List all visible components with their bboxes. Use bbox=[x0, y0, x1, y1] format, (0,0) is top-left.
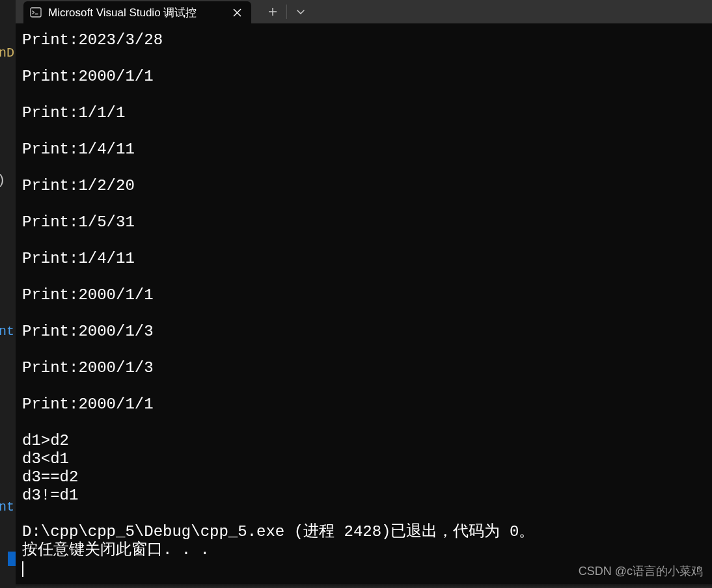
terminal-icon bbox=[30, 7, 42, 18]
terminal-blank-line bbox=[22, 377, 705, 395]
terminal-line: Print:2023/3/28 bbox=[22, 31, 705, 49]
terminal-line: d3==d2 bbox=[22, 468, 705, 487]
terminal-line: d3<d1 bbox=[22, 450, 705, 468]
terminal-line: Print:2000/1/1 bbox=[22, 395, 705, 414]
terminal-line: Print:1/4/11 bbox=[22, 140, 705, 159]
terminal-line: Print:2000/1/1 bbox=[22, 286, 705, 304]
terminal-line: Print:1/4/11 bbox=[22, 250, 705, 268]
terminal-blank-line bbox=[22, 122, 705, 140]
terminal-line: Print:2000/1/3 bbox=[22, 359, 705, 377]
code-fragment: nt bbox=[0, 500, 14, 514]
terminal-line: Print:1/1/1 bbox=[22, 104, 705, 122]
new-tab-button[interactable] bbox=[259, 0, 286, 23]
tab-dropdown-button[interactable] bbox=[287, 0, 314, 23]
tab-title: Microsoft Visual Studio 调试控 bbox=[48, 5, 224, 20]
terminal-blank-line bbox=[22, 341, 705, 359]
code-fragment: ) bbox=[0, 173, 5, 188]
terminal-line: D:\cpp\cpp_5\Debug\cpp_5.exe (进程 2428)已退… bbox=[22, 523, 705, 541]
terminal-output[interactable]: Print:2023/3/28Print:2000/1/1Print:1/1/1… bbox=[16, 23, 712, 588]
terminal-blank-line bbox=[22, 159, 705, 177]
scrollbar-thumb[interactable] bbox=[8, 552, 16, 566]
editor-left-strip: nD ) nt nt bbox=[0, 0, 16, 588]
terminal-line: d3!=d1 bbox=[22, 487, 705, 505]
terminal-blank-line bbox=[22, 86, 705, 104]
code-fragment: nt bbox=[0, 324, 14, 339]
tab-controls bbox=[259, 0, 314, 23]
terminal-blank-line bbox=[22, 414, 705, 432]
code-fragment: nD bbox=[0, 46, 14, 60]
tab-bar: Microsoft Visual Studio 调试控 bbox=[16, 0, 712, 23]
cursor bbox=[22, 561, 23, 577]
terminal-tab[interactable]: Microsoft Visual Studio 调试控 bbox=[23, 1, 251, 23]
terminal-line: Print:1/5/31 bbox=[22, 213, 705, 232]
terminal-blank-line bbox=[22, 49, 705, 68]
watermark: CSDN @c语言的小菜鸡 bbox=[579, 563, 703, 579]
terminal-line: Print:2000/1/3 bbox=[22, 323, 705, 341]
terminal-blank-line bbox=[22, 232, 705, 250]
close-icon[interactable] bbox=[230, 6, 243, 19]
terminal-blank-line bbox=[22, 268, 705, 286]
terminal-line: d1>d2 bbox=[22, 432, 705, 450]
terminal-line: 按任意键关闭此窗口. . . bbox=[22, 541, 705, 559]
terminal-blank-line bbox=[22, 195, 705, 213]
svg-rect-0 bbox=[31, 8, 41, 17]
bottom-edge bbox=[16, 584, 712, 588]
terminal-blank-line bbox=[22, 304, 705, 323]
terminal-blank-line bbox=[22, 505, 705, 523]
terminal-line: Print:1/2/20 bbox=[22, 177, 705, 195]
terminal-line: Print:2000/1/1 bbox=[22, 68, 705, 86]
